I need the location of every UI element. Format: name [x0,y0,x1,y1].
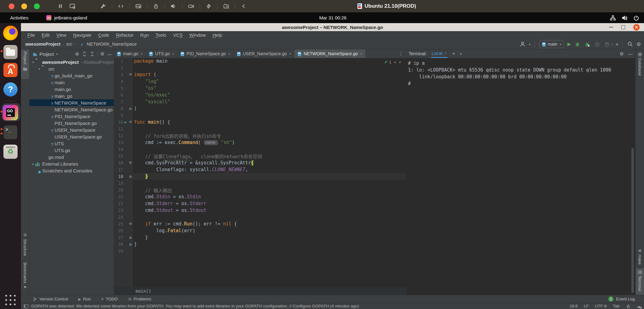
dock-item-terminal[interactable]: >_ [3,124,18,141]
tree-item-main.go[interactable]: main.go [30,86,114,93]
tree-item-main[interactable]: main [30,79,114,86]
close-tab-icon[interactable]: × [141,52,143,56]
ide-title-bar[interactable]: awesomeProject – NETWORK_NameSpace.go ✕ [21,23,644,31]
back-icon[interactable] [240,3,247,10]
code-line[interactable]: 4 "log" [114,78,406,85]
tool-strip-terminal[interactable]: >_ Terminal [636,268,644,299]
minimize-traffic-icon[interactable] [21,3,27,9]
tree-item-NETWORK_NameSpace[interactable]: NETWORK_NameSpace [30,99,114,106]
user-dropdown-icon[interactable]: ▾ [529,43,531,46]
terminal-settings-gear-icon[interactable]: ⚙ [620,51,624,57]
editor-tab-main.go[interactable]: main.go× [114,49,146,58]
breadcrumb-item-NETWORK_NameSpace[interactable]: NETWORK_NameSpace [87,42,137,47]
code-line[interactable]: 12 // fork出新的进程。并执行sh命令 [114,132,406,139]
lock-icon[interactable] [153,3,159,10]
close-tab-icon[interactable]: × [228,52,230,56]
tree-item-go_build_main_go[interactable]: go_build_main_go [30,72,114,79]
camera-icon[interactable] [188,3,194,10]
code-line[interactable]: 7 "syscall" [114,98,406,105]
caret-position[interactable]: 18:6 [569,304,577,308]
run-coverage-button[interactable] [584,41,591,47]
next-problem-icon[interactable]: ∨ [399,60,401,64]
pause-icon[interactable] [57,3,63,10]
disk-icon[interactable] [135,3,142,10]
tree-chevron-icon[interactable]: ▾ [31,60,35,64]
inspections-widget[interactable]: ✔ 1 ∧ ∨ [384,60,401,64]
dock-item-help[interactable]: ? [3,81,18,98]
status-message[interactable]: GOPATH was detected: We detected some li… [31,304,359,308]
code-editor[interactable]: 1package main23import (4 "log"5 "os"6 "o… [114,58,406,254]
panel-settings-gear-icon[interactable]: ⚙ [100,51,104,57]
menu-run[interactable]: Run [137,32,152,38]
theme-cloud-gear-icon[interactable]: ☁⚙ [637,304,641,309]
code-icon[interactable] [117,3,124,10]
tab-list-icon[interactable]: ⋮ [396,49,406,58]
project-panel-header[interactable]: Project ▾ ⊕ ⚙ — [30,49,114,59]
tool-window-toggle-icon[interactable] [24,304,28,308]
tool-strip-structure[interactable]: ⊞ Structure [21,231,29,263]
close-traffic-icon[interactable] [9,3,14,9]
file-encoding[interactable]: UTF-8 [595,304,606,308]
fold-open-icon[interactable] [129,121,132,124]
settings-gear-icon[interactable]: ⚙ [637,41,641,47]
tool-strip-database[interactable]: Database [636,51,644,87]
project-view-dropdown-icon[interactable]: ▾ [56,52,58,56]
screenshot-icon[interactable] [69,3,76,10]
tree-chevron-icon[interactable]: ▾ [37,67,42,71]
prev-problem-icon[interactable]: ∧ [394,60,396,64]
menu-help[interactable]: Help [209,32,226,38]
minimize-button[interactable] [609,27,613,27]
menu-code[interactable]: Code [95,32,113,38]
code-line[interactable]: 8) [114,105,406,112]
close-button[interactable]: ✕ [633,24,640,31]
tree-item-Scratches-and-Consoles[interactable]: Scratches and Consoles [30,167,114,174]
maximize-button[interactable] [621,25,625,29]
code-line[interactable]: 19 [114,180,406,187]
focused-app-menu[interactable]: GO jetbrains-goland [46,12,87,23]
close-tab-icon[interactable]: × [360,52,362,56]
code-line[interactable]: 17 Cloneflags: syscall.CLONE_NEWNET, [114,166,406,173]
tree-item-go.mod[interactable]: go.mod [30,154,114,160]
menu-navigate[interactable]: Navigate [70,32,95,38]
code-line[interactable]: 14 [114,146,406,153]
menu-refactor[interactable]: Refactor [112,32,137,38]
indent-style[interactable]: Tab [613,304,620,308]
tool-window-button-run[interactable]: ▶Run [78,297,91,302]
terminal-tab-local[interactable]: Local × [431,49,447,58]
code-line[interactable]: 3import ( [114,71,406,78]
editor-tab-PID_NameSpace.go[interactable]: PID_NameSpace.go× [177,49,234,58]
fold-open-icon[interactable] [129,73,132,76]
tree-item-UTS[interactable]: UTS [30,140,114,147]
code-line[interactable]: 20 // 输入输出 [114,187,406,193]
tree-item-USER_NameSpace.go[interactable]: USER_NameSpace.go [30,133,114,140]
collapse-all-icon[interactable] [90,51,95,57]
tree-item-UTS.go[interactable]: UTS.go [30,147,114,154]
tool-strip-bookmarks[interactable]: Bookmarks ⚑ [21,260,29,295]
profile-button[interactable] [594,41,601,47]
breadcrumb-item-src[interactable]: src [66,42,72,47]
usb-icon[interactable] [205,3,212,10]
tree-item-NETWORK_NameSpace.go[interactable]: NETWORK_NameSpace.go [30,106,114,113]
menu-view[interactable]: View [53,32,70,38]
tool-window-button-version-control[interactable]: Version Control [33,297,68,302]
code-line[interactable]: 11 [114,126,406,132]
code-line[interactable]: 13 cmd := exec.Command( name: "sh") [114,139,406,146]
dock-item-firefox[interactable] [3,24,18,42]
fold-close-icon[interactable] [129,243,132,246]
system-tray[interactable] [609,12,640,23]
event-log-button[interactable]: 1 Event Log [608,296,635,302]
dock-item-goland[interactable]: GO [3,104,18,121]
terminal-output[interactable]: # ip a1: lo: <LOOPBACK> mtu 65536 qdisc … [406,58,635,88]
editor-tab-NETWORK_NameSpace.go[interactable]: NETWORK_NameSpace.go× [295,49,365,58]
code-line[interactable]: 25 if err := cmd.Run(); err != nil { [114,220,406,227]
breadcrumb-item-awesomeProject[interactable]: awesomeProject [25,42,60,47]
show-applications-button[interactable] [4,294,17,306]
code-line[interactable]: 26 log.Fatal(err) [114,227,406,234]
tree-chevron-icon[interactable]: ▸ [31,162,35,166]
code-line[interactable]: 28} [114,241,406,248]
fold-close-icon[interactable] [129,236,132,239]
dock-item-trash[interactable]: ♻ [3,143,18,160]
debug-button[interactable] [574,41,581,47]
code-line[interactable]: 1package main [114,58,406,64]
code-line[interactable]: 18 } [114,173,406,180]
